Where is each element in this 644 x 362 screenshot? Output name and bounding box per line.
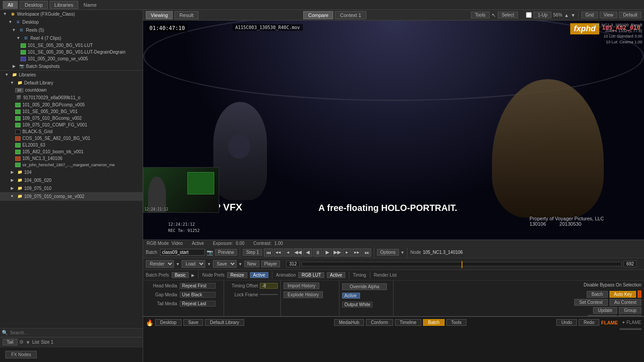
update-btn[interactable]: Update [593, 307, 617, 314]
transport-prevframe-btn[interactable]: ◂◂ [274, 248, 283, 257]
render-arrow-icon[interactable]: ▼ [176, 262, 180, 266]
camera-icon[interactable]: 📷 [207, 249, 213, 256]
player-btn[interactable]: Player [261, 261, 280, 267]
gear-icon[interactable]: ⚙ [19, 339, 24, 345]
timeline-tab[interactable]: Timeline [395, 319, 421, 326]
list-view-label[interactable]: List [32, 340, 39, 345]
select-btn[interactable]: Select [498, 12, 518, 18]
zoom-up-icon[interactable]: ▲ [564, 13, 569, 18]
group-btn[interactable]: Group [619, 307, 641, 314]
folder-item-0[interactable]: ▶ 📁 104 [0, 168, 143, 176]
up-btn[interactable]: 1-Up [534, 12, 551, 18]
active-node-prefs-value[interactable]: Active [250, 272, 268, 278]
conform-tab[interactable]: Conform [366, 319, 393, 326]
default-library-item[interactable]: ▼ 📁 Default Library [0, 79, 143, 87]
rgb-lut-value[interactable]: RGB LUT [298, 272, 324, 278]
libraries-item[interactable]: ▼ 📁 Libraries [0, 71, 143, 79]
zoom-down-icon[interactable]: ▼ [571, 13, 576, 18]
options-arrow-icon[interactable]: ▼ [401, 250, 405, 255]
fx-nodes-button[interactable]: FX Nodes [5, 351, 37, 358]
active-anim-value[interactable]: Active [327, 272, 345, 278]
clip-item-1[interactable]: 101_SE_005_200_BG_V01-LUT-DegrainDegrain [0, 49, 143, 55]
transport-back-btn[interactable]: ◀◀ [293, 248, 302, 257]
view-btn[interactable]: View [600, 12, 618, 18]
override-alpha-btn[interactable]: Override Alpha [342, 283, 387, 290]
options-btn[interactable]: Options [377, 249, 398, 256]
batch-snapshots-item[interactable]: ▶ 📷 Batch Snapshots [0, 62, 143, 70]
frame-start[interactable]: 312 [286, 261, 300, 267]
up-checkbox[interactable] [526, 12, 532, 18]
lib-item-9[interactable]: 105_NC1.3_140106 [0, 155, 143, 162]
transport-skipstart-btn[interactable]: ⏮ [264, 248, 273, 257]
transport-next-btn[interactable]: ▶▶ [333, 248, 342, 257]
auto-key-btn[interactable]: Auto Key [610, 291, 636, 298]
transport-pause-btn[interactable]: ⏸ [313, 248, 322, 257]
lib-item-6[interactable]: COS_105_SE_A82_010_BG_V01 [0, 135, 143, 142]
set-context-btn[interactable]: Set Context [574, 299, 607, 306]
batch-tab[interactable]: Batch [423, 319, 445, 326]
reel4-item[interactable]: ▼ ⊞ Reel 4 (7 Clips) [0, 34, 143, 42]
lib-item-4[interactable]: 109_075_010_COMP_FG_V001 [0, 122, 143, 128]
tab-viewing[interactable]: Viewing [146, 11, 173, 19]
reels-item[interactable]: ▼ ⊞ Reels (5) [0, 26, 143, 34]
transport-back1-btn[interactable]: ◂ [284, 248, 292, 257]
preview-btn[interactable]: Preview [215, 249, 237, 256]
folder-item-3[interactable]: ▼ 📁 109_075_010_comp_se_v002 [0, 192, 143, 200]
workspace-item[interactable]: ▼ ◼ Workspace (FXGuide_Class) [0, 10, 143, 18]
batch-name-input[interactable] [160, 249, 205, 256]
save-bottom-btn[interactable]: Save [183, 319, 203, 326]
tab-all[interactable]: All [3, 1, 18, 9]
mediahub-tab[interactable]: MediaHub [334, 319, 364, 326]
transport-fwd1-btn[interactable]: ▸ [343, 248, 352, 257]
load-arrow-icon[interactable]: ▼ [207, 262, 211, 266]
repeat-first-value[interactable]: Repeat First [180, 283, 216, 289]
batch-right-btn[interactable]: Batch [587, 291, 608, 298]
lib-item-8[interactable]: 105_A82_010_boom_trk_v001 [0, 148, 143, 155]
transport-play-btn[interactable]: ▶ [323, 248, 332, 257]
grid-btn[interactable]: Grid [581, 12, 598, 18]
tab-desktop[interactable]: Desktop [20, 1, 47, 9]
tab-context1[interactable]: Context 1 [335, 11, 366, 19]
folder-item-1[interactable]: ▶ 📁 104_005_020 [0, 176, 143, 184]
tab-result[interactable]: Result [174, 11, 198, 19]
tools-tab[interactable]: Tools [446, 319, 466, 326]
step-btn[interactable]: Step 1 [243, 249, 262, 256]
explode-history-btn[interactable]: Explode History [284, 291, 323, 298]
new-btn[interactable]: New [244, 261, 259, 267]
transport-fwd-btn[interactable]: ▸▸ [352, 248, 361, 257]
tab-compare[interactable]: Compare [303, 11, 333, 19]
basic-arrow-icon[interactable]: ▶ [191, 273, 195, 278]
frame-end[interactable]: 692 [623, 261, 637, 267]
desktop-item[interactable]: ▼ 🖥 Desktop [0, 18, 143, 26]
load-dropdown[interactable]: Load [182, 260, 205, 268]
au-context-btn[interactable]: Au Context [610, 299, 641, 306]
redo-btn[interactable]: Redo [579, 319, 599, 326]
save-dropdown[interactable]: Save [213, 260, 237, 268]
dropdown-icon[interactable]: ▼ [25, 340, 30, 345]
default-btn[interactable]: Default [619, 12, 641, 18]
timing-offset-value[interactable]: -8 [260, 283, 278, 289]
basic-value[interactable]: Basic [172, 272, 189, 278]
tail-button[interactable]: Tail [3, 339, 17, 345]
lib-item-0[interactable]: 🎬 9170170029_e8a0699b11_o [0, 93, 143, 101]
tools-btn[interactable]: Tools [471, 12, 489, 18]
save-arrow-icon[interactable]: ▼ [238, 262, 242, 266]
default-library-bottom-btn[interactable]: Default Library [205, 319, 244, 326]
timeline-track[interactable] [301, 262, 622, 266]
countdown-item[interactable]: 10 countdown [0, 87, 143, 93]
transport-prev-btn[interactable]: ◀ [303, 248, 312, 257]
clip-item-2[interactable]: 101_005_200_comp_se_v005 [0, 55, 143, 62]
lib-item-3[interactable]: 109_075_010_BGcomp_v002 [0, 115, 143, 122]
transport-skipend-btn[interactable]: ⏭ [362, 248, 371, 257]
import-history-btn[interactable]: Import History [284, 282, 319, 289]
undo-btn[interactable]: Undo [556, 319, 577, 326]
resize-value[interactable]: Resize [227, 272, 247, 278]
use-black-value[interactable]: Use Black [180, 292, 216, 298]
clip-item-0[interactable]: 101_SE_005_200_BG_V01-LUT [0, 42, 143, 49]
lib-item-10[interactable]: sir_john_herschel_1867_..._margaret_came… [0, 162, 143, 168]
desktop-bottom-btn[interactable]: Desktop [155, 319, 182, 326]
lock-frame-value[interactable] [260, 294, 278, 295]
tree-scroll[interactable]: ▼ ◼ Workspace (FXGuide_Class) ▼ 🖥 Deskto… [0, 10, 143, 328]
render-dropdown[interactable]: Render [146, 260, 174, 268]
folder-item-2[interactable]: ▶ 📁 109_075_010 [0, 184, 143, 192]
